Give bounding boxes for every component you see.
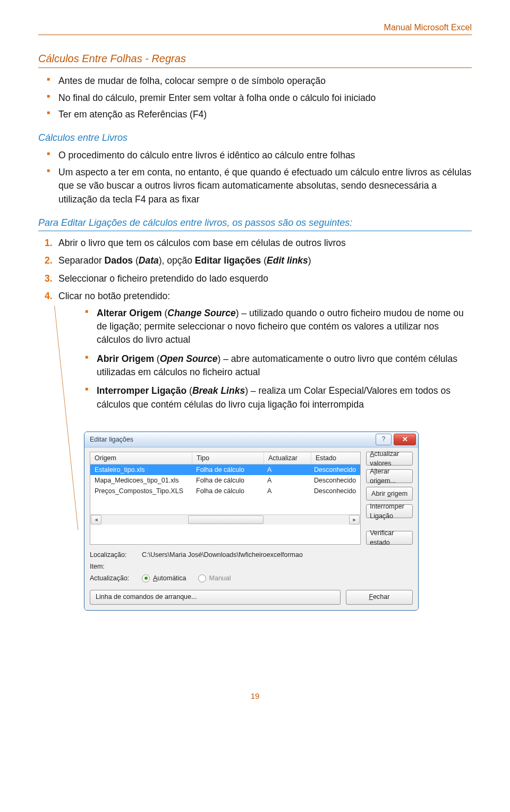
scroll-right-icon[interactable]: ► bbox=[349, 515, 360, 525]
scroll-left-icon[interactable]: ◄ bbox=[91, 515, 101, 525]
col-estado[interactable]: Estado bbox=[311, 452, 360, 464]
break-link-button[interactable]: Interromper Ligação bbox=[366, 504, 413, 518]
heading-passos: Para Editar Ligações de cálculos entre l… bbox=[38, 216, 472, 230]
list-item: No final do cálculo, premir Enter sem vo… bbox=[58, 90, 472, 107]
close-icon[interactable]: ✕ bbox=[394, 434, 416, 445]
col-origem[interactable]: Origem bbox=[90, 452, 192, 464]
steps-list: Abrir o livro que tem os cálculos com ba… bbox=[38, 235, 472, 422]
help-icon[interactable]: ? bbox=[376, 434, 392, 445]
dialog-button-column: Actualizar valores Alterar origem... Abr… bbox=[366, 452, 413, 545]
scroll-thumb[interactable] bbox=[188, 515, 263, 524]
list-row[interactable]: Estaleiro_tipo.xls Folha de cálculo A De… bbox=[90, 464, 360, 475]
edit-links-dialog: Editar ligações ? ✕ Origem Tipo Actualiz… bbox=[84, 432, 419, 610]
horizontal-scrollbar[interactable]: ◄ ► bbox=[90, 514, 360, 525]
open-source-button[interactable]: Abrir origem bbox=[366, 487, 413, 501]
close-button[interactable]: Fechar bbox=[346, 590, 413, 605]
step-4: Clicar no botão pretendido: Alterar Orig… bbox=[58, 289, 472, 422]
list-body: Estaleiro_tipo.xls Folha de cálculo A De… bbox=[90, 464, 360, 514]
location-value: C:\Users\Maria José\Downloads\fwficheiro… bbox=[142, 550, 303, 560]
list-item: O procedimento do cálculo entre livros é… bbox=[58, 148, 472, 164]
list-item: Um aspecto a ter em conta, no entanto, é… bbox=[58, 165, 472, 208]
heading-regras: Cálculos Entre Folhas - Regras bbox=[38, 51, 472, 66]
page-number: 19 bbox=[38, 690, 472, 702]
startup-prompt-button[interactable]: Linha de comandos de arranque... bbox=[90, 590, 341, 605]
col-tipo[interactable]: Tipo bbox=[192, 452, 264, 464]
scroll-track[interactable] bbox=[102, 515, 348, 524]
list-row[interactable]: Preços_Compostos_Tipo.XLS Folha de cálcu… bbox=[90, 486, 360, 496]
item-label: Item: bbox=[90, 562, 139, 571]
radio-automatic-label: Automática bbox=[153, 573, 186, 583]
dialog-titlebar: Editar ligações ? ✕ bbox=[84, 432, 418, 447]
sub-list: Alterar Origem (Change Source) – utiliza… bbox=[58, 306, 472, 416]
list-livros: O procedimento do cálculo entre livros é… bbox=[38, 148, 472, 208]
radio-manual[interactable] bbox=[198, 574, 206, 582]
update-mode-label: Actualização: bbox=[90, 573, 139, 583]
page-header: Manual Microsoft Excel bbox=[38, 21, 472, 35]
links-list[interactable]: Origem Tipo Actualizar Estado Estaleiro_… bbox=[90, 452, 361, 545]
list-item: Alterar Origem (Change Source) – utiliza… bbox=[97, 306, 472, 351]
col-actualizar[interactable]: Actualizar bbox=[264, 452, 311, 464]
radio-manual-label: Manual bbox=[209, 573, 231, 583]
list-item: Antes de mudar de folha, colocar sempre … bbox=[58, 73, 472, 90]
step-2: Separador Dados (Data), opção Editar lig… bbox=[58, 253, 472, 270]
dialog-meta: Localização: C:\Users\Maria José\Downloa… bbox=[90, 549, 413, 584]
header-divider bbox=[38, 35, 472, 35]
radio-automatic[interactable] bbox=[142, 574, 150, 582]
heading-livros: Cálculos entre Livros bbox=[38, 131, 472, 145]
step-1: Abrir o livro que tem os cálculos com ba… bbox=[58, 235, 472, 253]
list-item: Ter em atenção as Referências (F4) bbox=[58, 107, 472, 123]
list-header: Origem Tipo Actualizar Estado bbox=[90, 452, 360, 464]
list-row[interactable]: Mapa_Medicoes_tipo_01.xls Folha de cálcu… bbox=[90, 475, 360, 486]
step-3: Seleccionar o ficheiro pretendido do lad… bbox=[58, 271, 472, 289]
update-values-button[interactable]: Actualizar valores bbox=[366, 452, 413, 466]
heading-divider bbox=[38, 67, 472, 68]
list-item: Interromper Ligação (Break Links) – real… bbox=[97, 383, 472, 416]
heading-divider bbox=[38, 231, 472, 231]
list-item: Abrir Origem (Open Source) – abre automa… bbox=[97, 351, 472, 384]
location-label: Localização: bbox=[90, 550, 139, 560]
list-regras: Antes de mudar de folha, colocar sempre … bbox=[38, 73, 472, 123]
change-source-button[interactable]: Alterar origem... bbox=[366, 469, 413, 483]
check-status-button[interactable]: Verificar estado bbox=[366, 531, 413, 545]
dialog-title: Editar ligações bbox=[90, 435, 133, 444]
